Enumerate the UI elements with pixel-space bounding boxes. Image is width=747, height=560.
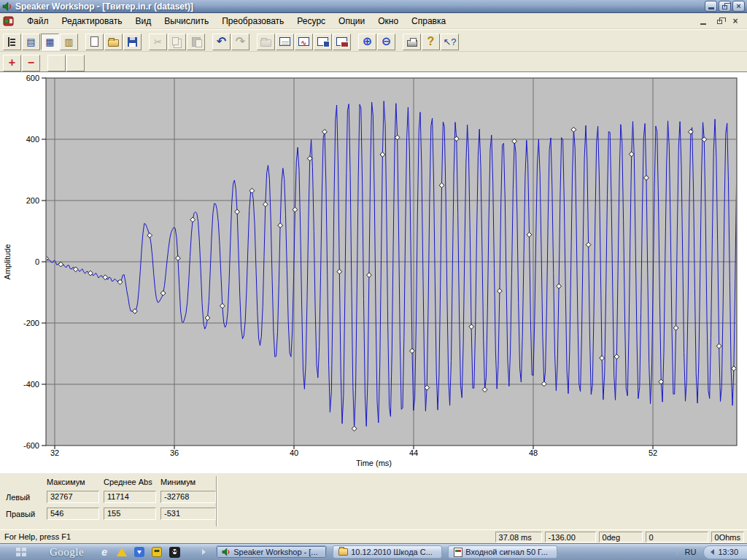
toolbar-icon: + <box>9 57 15 69</box>
add-button[interactable]: + <box>3 55 21 71</box>
menu-item[interactable]: Ресурс <box>290 15 332 28</box>
open-file-button[interactable] <box>104 34 123 50</box>
svg-text:-400: -400 <box>23 380 39 389</box>
save-chart-button[interactable] <box>314 34 332 50</box>
toolbar-icon <box>192 37 201 47</box>
menu-item[interactable]: Опции <box>332 15 371 28</box>
toolbar-icon <box>8 37 16 47</box>
toolbar-icon: ↖? <box>443 37 456 47</box>
internet-explorer-icon[interactable]: e <box>98 546 110 558</box>
export-chart-button[interactable] <box>333 34 351 50</box>
speaker-icon <box>2 1 12 12</box>
toolbar-icon <box>128 37 137 47</box>
stats-right-min: -531 <box>160 508 216 520</box>
toolbar-icon: ⊖ <box>382 36 391 47</box>
mdi-child-controls: × <box>697 16 744 26</box>
speaker-icon <box>222 548 231 556</box>
mdi-close-button[interactable]: × <box>729 16 741 26</box>
toolbar-icon <box>108 39 119 47</box>
menu-item[interactable]: Окно <box>371 15 405 28</box>
mdi-restore-button[interactable] <box>713 16 725 26</box>
status-impedance: 0Ohms <box>711 532 744 542</box>
tray-clock-group: 13:30 <box>703 545 747 559</box>
stats-header-max: Максимум <box>47 478 99 486</box>
windows-start-icon[interactable] <box>16 548 28 557</box>
window-controls: × <box>705 1 745 12</box>
toolbar-icon <box>298 37 309 46</box>
restore-icon <box>717 20 722 24</box>
view-datasheet-button[interactable]: ▤ <box>22 34 40 50</box>
google-desktop-icon[interactable] <box>116 546 128 558</box>
minimize-button[interactable] <box>705 1 717 12</box>
toolbar-icon: ▤ <box>26 37 35 47</box>
toolbar-icon: ▥ <box>64 37 73 47</box>
new-document-button[interactable] <box>85 34 104 50</box>
mdi-minimize-button[interactable] <box>697 16 709 26</box>
svg-text:32: 32 <box>50 448 59 457</box>
chart-window-button[interactable] <box>295 34 313 50</box>
toolbar-separator <box>250 34 256 50</box>
close-button[interactable]: × <box>732 1 745 12</box>
menu-item[interactable]: Справка <box>405 15 452 28</box>
google-deskbar-label[interactable]: Google <box>50 546 84 559</box>
toolbar-separator <box>41 55 47 71</box>
svg-text:0: 0 <box>35 257 39 266</box>
taskbar-task-speaker-workshop[interactable]: Speaker Workshop - [... <box>216 545 327 559</box>
stats-divider <box>216 476 217 526</box>
toolbar-icon <box>317 37 328 46</box>
undo-button[interactable]: ↶ <box>212 34 231 50</box>
title-bar: Speaker Workshop - [Твитер.in.r (dataset… <box>0 0 747 13</box>
menu-item[interactable]: Редактировать <box>55 15 129 28</box>
hide-icons-chevron[interactable] <box>711 549 714 555</box>
zoom-in-button[interactable]: ⊕ <box>358 34 376 50</box>
waveform-svg: 3236404448526004002000-200-400-600Time (… <box>0 72 747 473</box>
menu-item[interactable]: Файл <box>20 15 55 28</box>
menu-item[interactable]: Вычислить <box>158 15 215 28</box>
paste-button <box>187 34 205 50</box>
skull-glyph <box>169 547 180 558</box>
stats-left-max: 32767 <box>47 491 99 503</box>
status-help-text: For Help, press F1 <box>3 532 492 541</box>
svg-text:Time (ms): Time (ms) <box>356 459 392 467</box>
view-outline-button[interactable] <box>3 34 21 50</box>
view-grid-button[interactable]: ▦ <box>41 34 59 50</box>
language-indicator[interactable]: RU <box>677 548 704 556</box>
toolbar-icon: ▦ <box>45 37 54 47</box>
dataset-document-icon[interactable] <box>3 15 15 27</box>
cut-button: ✂ <box>149 34 167 50</box>
minimize-icon <box>700 23 706 25</box>
copy-button <box>168 34 186 50</box>
system-tray: RU 13:30 <box>677 544 747 560</box>
help-button[interactable]: ? <box>422 34 440 50</box>
svg-text:40: 40 <box>290 448 298 457</box>
quick-launch-expand-arrow[interactable] <box>202 549 206 555</box>
mail-icon[interactable] <box>133 546 145 558</box>
toolbar-separator <box>396 34 402 50</box>
waveform-chart[interactable]: 3236404448526004002000-200-400-600Time (… <box>0 71 747 472</box>
status-cursor-time: 37.08 ms <box>495 532 542 542</box>
stats-row-label-right: Правый <box>6 510 42 518</box>
triangle-icon <box>117 548 127 556</box>
subtract-button[interactable]: − <box>22 55 40 71</box>
taskbar-task-signal[interactable]: Входной сигнал 50 Г... <box>448 545 557 559</box>
print-button[interactable] <box>403 34 421 50</box>
skull-icon[interactable] <box>169 546 180 558</box>
toolbar-icon: − <box>28 57 34 69</box>
restore-button[interactable] <box>719 1 731 12</box>
svg-text:48: 48 <box>529 448 538 457</box>
bot-icon[interactable] <box>151 546 163 558</box>
view-cells-button[interactable]: ▥ <box>60 34 78 50</box>
context-help-button[interactable]: ↖? <box>441 34 459 50</box>
menu-item[interactable]: Вид <box>128 15 158 28</box>
stats-right-avg: 155 <box>104 508 156 520</box>
open-resource-button <box>257 34 275 50</box>
zoom-out-button[interactable]: ⊖ <box>377 34 395 50</box>
menu-item[interactable]: Преобразовать <box>215 15 290 28</box>
save-file-button[interactable] <box>123 34 142 50</box>
toolbar-separator <box>206 34 212 50</box>
svg-text:400: 400 <box>26 135 39 144</box>
toolbar-icon: ↷ <box>236 36 245 47</box>
svg-text:52: 52 <box>649 448 657 457</box>
taskbar-task-folder[interactable]: 10.12.2010 Шкода С... <box>333 545 442 559</box>
properties-window-button[interactable] <box>276 34 294 50</box>
